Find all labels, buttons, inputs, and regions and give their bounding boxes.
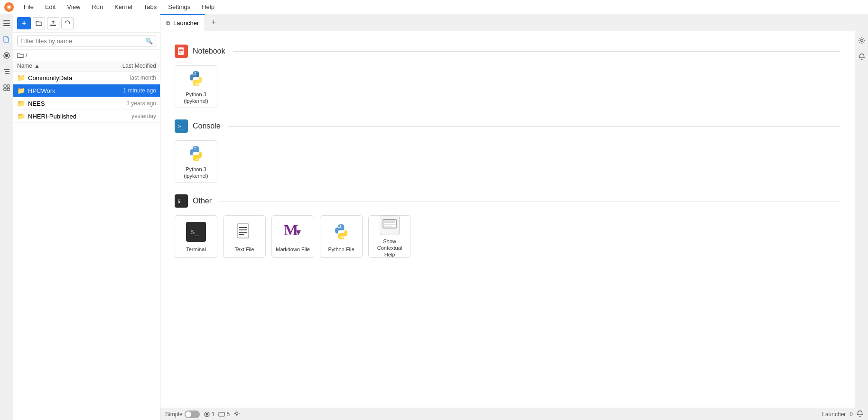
launcher-item-terminal[interactable]: $_ Terminal	[175, 215, 217, 258]
other-section-icon: $_	[175, 194, 188, 208]
notebook-section-icon	[175, 45, 188, 58]
launcher-item-label: Show Contextual Help	[373, 238, 407, 258]
svg-point-36	[206, 413, 208, 415]
col-name-header[interactable]: Name ▲	[17, 63, 94, 69]
launcher-item-label: Markdown File	[276, 246, 310, 253]
menu-kernel[interactable]: Kernel	[112, 2, 134, 11]
toggle-track[interactable]	[185, 411, 200, 418]
svg-rect-10	[5, 73, 9, 74]
svg-text:$_: $_	[177, 199, 184, 204]
svg-rect-17	[179, 49, 183, 50]
kernel-num: 1	[212, 411, 215, 418]
folder-icon: 📁	[17, 112, 25, 120]
idle-num: 5	[226, 411, 230, 418]
search-input[interactable]	[20, 37, 145, 45]
col-modified-header[interactable]: Last Modified	[94, 63, 156, 69]
svg-rect-16	[178, 47, 184, 55]
launcher-item-label: Python 3 (ipykernel)	[179, 166, 213, 180]
console-section-label: Console	[193, 122, 221, 130]
idle-indicator: 5	[218, 411, 230, 418]
file-date: yesterday	[94, 113, 156, 119]
svg-text:$_: $_	[191, 228, 199, 236]
svg-rect-4	[3, 23, 10, 24]
file-row[interactable]: 📁 NEES 3 years ago	[13, 97, 160, 110]
new-launcher-button[interactable]: +	[17, 17, 31, 29]
svg-rect-23	[237, 224, 249, 238]
right-notifications-btn[interactable]	[857, 51, 867, 62]
launcher-item-console-python3[interactable]: Python 3 (ipykernel)	[175, 140, 217, 183]
launcher-item-markdown[interactable]: M Markdown File	[271, 215, 314, 258]
menu-file[interactable]: File	[22, 2, 36, 11]
sidebar-running-btn[interactable]	[1, 50, 12, 61]
menu-bar: File Edit View Run Kernel Tabs Settings …	[0, 0, 868, 14]
file-row[interactable]: 📁 CommunityData last month	[13, 72, 160, 84]
upload-button[interactable]	[47, 17, 59, 29]
launcher-item-label: Text File	[235, 246, 254, 253]
status-bar: Simple 1 5 Launcher	[160, 408, 868, 420]
search-icon: 🔍	[145, 37, 153, 45]
file-name: CommunityData	[28, 74, 94, 82]
plus-icon: +	[22, 19, 26, 27]
refresh-button[interactable]	[61, 17, 74, 29]
svg-rect-37	[219, 412, 224, 416]
console-section-icon: >_	[175, 119, 188, 133]
launcher-item-label: Python 3 (ipykernel)	[179, 91, 213, 105]
launcher-item-help[interactable]: Show Contextual Help	[368, 215, 411, 258]
file-row[interactable]: 📁 HPCWork 1 minute ago	[13, 84, 160, 97]
menu-run[interactable]: Run	[90, 2, 105, 11]
sidebar-toggle-btn[interactable]	[1, 18, 12, 28]
config-icon[interactable]	[233, 410, 240, 418]
search-input-wrap[interactable]: 🔍	[17, 36, 156, 46]
svg-rect-13	[4, 88, 6, 91]
bell-icon[interactable]	[857, 410, 863, 418]
launcher-item-pythonfile[interactable]: Python File	[320, 215, 363, 258]
svg-rect-8	[4, 69, 9, 70]
svg-point-7	[5, 55, 8, 57]
svg-rect-19	[179, 52, 181, 53]
menu-tabs[interactable]: Tabs	[142, 2, 159, 11]
sidebar-toc-btn[interactable]	[1, 66, 12, 77]
menu-settings[interactable]: Settings	[166, 2, 192, 11]
file-name: HPCWork	[28, 87, 94, 94]
open-folder-button[interactable]	[33, 17, 45, 29]
kernel-indicator: 1	[204, 411, 215, 418]
right-settings-btn[interactable]	[857, 35, 867, 46]
console-header: >_ Console	[175, 119, 221, 133]
other-header: $_ Other	[175, 194, 212, 208]
pythonfile-icon	[330, 220, 353, 243]
file-list: 📁 CommunityData last month 📁 HPCWork 1 m…	[13, 72, 160, 420]
simple-mode-label: Simple	[165, 411, 183, 418]
launcher-tab-icon: ⧉	[166, 20, 170, 27]
file-name: NHERI-Published	[28, 113, 94, 120]
breadcrumb-path: /	[26, 52, 28, 59]
menu-edit[interactable]: Edit	[43, 2, 57, 11]
file-toolbar: +	[13, 14, 160, 33]
svg-point-2	[8, 6, 10, 9]
launcher-item-notebook-python3[interactable]: Python 3 (ipykernel)	[175, 65, 217, 108]
file-panel: + 🔍 / Name ▲	[13, 14, 160, 420]
folder-icon: 📁	[17, 87, 25, 94]
tab-launcher[interactable]: ⧉ Launcher	[160, 14, 205, 31]
launcher-item-textfile[interactable]: Text File	[223, 215, 266, 258]
menu-view[interactable]: View	[65, 2, 82, 11]
svg-rect-31	[384, 220, 395, 223]
status-left: Simple 1 5	[165, 410, 240, 418]
file-row[interactable]: 📁 NHERI-Published yesterday	[13, 110, 160, 123]
console-section-header: >_ Console	[175, 119, 840, 133]
notebook-header: Notebook	[175, 45, 225, 58]
tab-launcher-label: Launcher	[173, 19, 199, 27]
launcher-content: Notebook	[160, 31, 855, 408]
markdown-icon: M	[281, 220, 304, 243]
menu-help[interactable]: Help	[200, 2, 216, 11]
tab-add-button[interactable]: +	[205, 14, 222, 31]
sidebar-extensions-btn[interactable]	[1, 82, 12, 93]
sidebar-files-btn[interactable]	[1, 34, 12, 45]
folder-icon: 📁	[17, 100, 25, 107]
notif-count: 0	[849, 411, 853, 418]
notebook-section-label: Notebook	[193, 47, 225, 55]
svg-rect-14	[7, 88, 9, 91]
svg-rect-15	[50, 25, 56, 26]
simple-mode-toggle[interactable]: Simple	[165, 411, 200, 418]
sort-icon: ▲	[34, 63, 40, 69]
notebook-grid: Python 3 (ipykernel)	[175, 65, 840, 108]
